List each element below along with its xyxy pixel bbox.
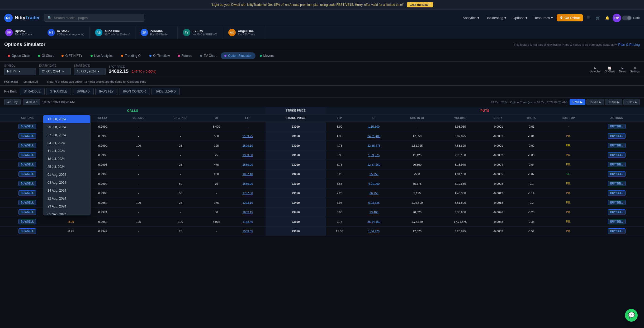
expiry-dropdown-item[interactable]: 04 Jul, 2024 bbox=[43, 139, 90, 147]
oi-call: 475 bbox=[203, 160, 230, 169]
menu-icon-button[interactable]: ☰ bbox=[584, 14, 593, 22]
expiry-dropdown-item[interactable]: 29 Aug, 2024 bbox=[43, 202, 90, 210]
grab-deal-button[interactable]: Grab the Deal!! bbox=[407, 2, 433, 7]
iron-condor-button[interactable]: IRON CONDOR bbox=[119, 88, 150, 95]
search-bar[interactable]: 🔍 bbox=[44, 14, 144, 22]
expiry-dropdown-item[interactable]: 25 Jul, 2024 bbox=[43, 163, 90, 171]
broker-fyers[interactable]: FY FYERS No AMC & FREE A/C bbox=[178, 26, 223, 39]
broker-upstox[interactable]: UP Upstox Flat ₹20/Trade bbox=[0, 26, 42, 39]
tab-oi-chart[interactable]: OI Chart bbox=[34, 52, 57, 59]
tab-dot bbox=[224, 55, 226, 57]
buy-sell-call-button[interactable]: BUY/SELL bbox=[18, 190, 36, 196]
go-prime-button[interactable]: ♛ Go Prime bbox=[557, 14, 583, 21]
dark-mode-toggle[interactable]: Dark bbox=[622, 16, 640, 20]
broker-m.stock[interactable]: MS m.Stock ₹0/Trade(all segments) bbox=[42, 26, 90, 39]
symbol-select[interactable]: NIFTY ▾ bbox=[4, 68, 36, 75]
expiry-select[interactable]: 24 Oct, 2024 ▾ bbox=[39, 68, 71, 75]
tab-tv-chart[interactable]: TV Chart bbox=[196, 52, 220, 59]
buy-sell-call-button[interactable]: BUY/SELL bbox=[18, 143, 36, 148]
demo-button[interactable]: ▶ Demo bbox=[619, 67, 626, 73]
resources-nav[interactable]: Resources ▾ bbox=[531, 14, 556, 21]
avatar[interactable]: RP bbox=[613, 14, 621, 22]
col-oi-puts: OI bbox=[353, 114, 395, 122]
tab-oi-timeflow[interactable]: OI Timeflow bbox=[146, 52, 173, 59]
buy-sell-call-button[interactable]: BUY/SELL bbox=[18, 200, 36, 205]
autoplay-button[interactable]: ▶ Autoplay bbox=[590, 67, 600, 73]
buy-sell-put-button[interactable]: BUY/SELL bbox=[608, 171, 626, 177]
bell-icon-button[interactable]: 🔔 bbox=[603, 14, 612, 22]
expiry-dropdown-item[interactable]: 05 Sep, 2024 bbox=[43, 210, 90, 215]
options-nav[interactable]: Options ▾ bbox=[510, 14, 530, 21]
spread-button[interactable]: SPREAD bbox=[73, 88, 93, 95]
buy-sell-put-button[interactable]: BUY/SELL bbox=[608, 190, 626, 196]
cart-icon-button[interactable]: 🛒 bbox=[594, 14, 602, 22]
jade-lizard-button[interactable]: JADE LIZARD bbox=[151, 88, 180, 95]
settings-button[interactable]: ⚙ Settings bbox=[630, 67, 640, 73]
interval-30min-button[interactable]: 30 Min ▶ bbox=[605, 99, 622, 105]
expiry-dropdown-item[interactable]: 08 Aug, 2024 bbox=[43, 179, 90, 187]
tab-gift-nifty[interactable]: GIFT NIFTY bbox=[58, 52, 86, 59]
interval-1day-button[interactable]: 1 Day ▶ bbox=[623, 99, 640, 105]
start-date-select[interactable]: 18 Oct , 2024 ▾ bbox=[74, 68, 106, 75]
buy-sell-call-button[interactable]: BUY/SELL bbox=[18, 209, 36, 215]
tab-option-simulator[interactable]: Option Simulator bbox=[221, 52, 255, 59]
built-up: P.B. bbox=[547, 217, 590, 227]
tab-live-analytics[interactable]: Live Analytics bbox=[87, 52, 117, 59]
actions-put: BUY/SELL bbox=[589, 150, 644, 160]
option-chain-table-container: CALLS STRIKE PRICE PUTS ACTIONS THETA DE… bbox=[0, 107, 644, 236]
buy-sell-call-button[interactable]: BUY/SELL bbox=[18, 219, 36, 224]
step-back-30min-button[interactable]: ◀ 30 Min bbox=[23, 99, 40, 105]
interval-5min-button[interactable]: 5 Min ▶ bbox=[570, 99, 585, 105]
buy-sell-put-button[interactable]: BUY/SELL bbox=[608, 181, 626, 186]
search-input[interactable] bbox=[54, 16, 141, 20]
tab-futures[interactable]: Futures bbox=[174, 52, 196, 59]
expiry-dropdown-item[interactable]: 14 Aug, 2024 bbox=[43, 187, 90, 195]
expiry-dropdown-item[interactable]: 20 Jun, 2024 bbox=[43, 123, 90, 131]
buy-sell-call-button[interactable]: BUY/SELL bbox=[18, 171, 36, 177]
expiry-dropdown-item[interactable]: 18 Jul, 2024 bbox=[43, 155, 90, 163]
expiry-dropdown-item[interactable]: 13 Jun, 2024 bbox=[43, 115, 90, 123]
chgoi-put: 1,72,350 bbox=[395, 217, 439, 227]
expiry-dropdown-item[interactable]: 01 Aug, 2024 bbox=[43, 171, 90, 179]
buy-sell-put-button[interactable]: BUY/SELL bbox=[608, 162, 626, 167]
expiry-dropdown-item[interactable]: 27 Jun, 2024 bbox=[43, 131, 90, 139]
buy-sell-put-button[interactable]: BUY/SELL bbox=[608, 200, 626, 205]
broker-angel-one[interactable]: AO Angel One Flat ₹20/Trade bbox=[223, 26, 265, 39]
oi-chart-button[interactable]: 📈 OI Chart bbox=[605, 67, 615, 73]
expiry-dropdown[interactable]: 13 Jun, 202420 Jun, 202427 Jun, 202404 J… bbox=[43, 115, 91, 215]
step-back-1day-button[interactable]: ◀ 1 Day bbox=[4, 99, 21, 105]
table-row: BUY/SELL -7.88 0.9982 100 25 175 1223.10… bbox=[0, 198, 644, 207]
buy-sell-put-button[interactable]: BUY/SELL bbox=[608, 133, 626, 139]
buy-sell-put-button[interactable]: BUY/SELL bbox=[608, 209, 626, 215]
buy-sell-call-button[interactable]: BUY/SELL bbox=[18, 162, 36, 167]
strangle-button[interactable]: STRANGLE bbox=[46, 88, 71, 95]
buy-sell-call-button[interactable]: BUY/SELL bbox=[18, 228, 36, 234]
buy-sell-call-button[interactable]: BUY/SELL bbox=[18, 181, 36, 186]
tab-option-chain[interactable]: Option Chain bbox=[4, 52, 34, 59]
buy-sell-put-button[interactable]: BUY/SELL bbox=[608, 228, 626, 234]
actions-call: BUY/SELL bbox=[0, 217, 55, 227]
toggle-switch[interactable] bbox=[622, 16, 632, 20]
plan-pricing-link[interactable]: Plan & Pricing bbox=[618, 43, 640, 47]
buy-sell-put-button[interactable]: BUY/SELL bbox=[608, 152, 626, 158]
tab-trending-oi[interactable]: Trending OI bbox=[117, 52, 145, 59]
buy-sell-call-button[interactable]: BUY/SELL bbox=[18, 133, 36, 139]
iron-fly-button[interactable]: IRON FLY bbox=[95, 88, 117, 95]
broker-alice-blue[interactable]: AB Alice Blue ₹0/Trade for 30 days* bbox=[90, 26, 135, 39]
analytics-nav[interactable]: Analytics ▾ bbox=[460, 14, 482, 21]
buy-sell-put-button[interactable]: BUY/SELL bbox=[608, 124, 626, 129]
interval-15min-button[interactable]: 15 Min ▶ bbox=[586, 99, 604, 105]
broker-zerodha[interactable]: ZR Zerodha Flat ₹20/Trade bbox=[135, 26, 178, 39]
tab-movers[interactable]: Movers bbox=[256, 52, 277, 59]
buy-sell-call-button[interactable]: BUY/SELL bbox=[18, 152, 36, 158]
chevron-down-icon: ▾ bbox=[18, 70, 20, 73]
theta-put: -0.01 bbox=[515, 122, 547, 131]
expiry-dropdown-item[interactable]: 11 Jul, 2024 bbox=[43, 147, 90, 155]
expiry-dropdown-item[interactable]: 22 Aug, 2024 bbox=[43, 195, 90, 202]
note-text: Note: *For respected strike (...) mega g… bbox=[47, 80, 146, 83]
buy-sell-put-button[interactable]: BUY/SELL bbox=[608, 219, 626, 224]
buy-sell-put-button[interactable]: BUY/SELL bbox=[608, 143, 626, 148]
backtesting-nav[interactable]: Backtesting ▾ bbox=[483, 14, 509, 21]
buy-sell-call-button[interactable]: BUY/SELL bbox=[18, 124, 36, 129]
straddle-button[interactable]: STRADDLE bbox=[20, 88, 45, 95]
